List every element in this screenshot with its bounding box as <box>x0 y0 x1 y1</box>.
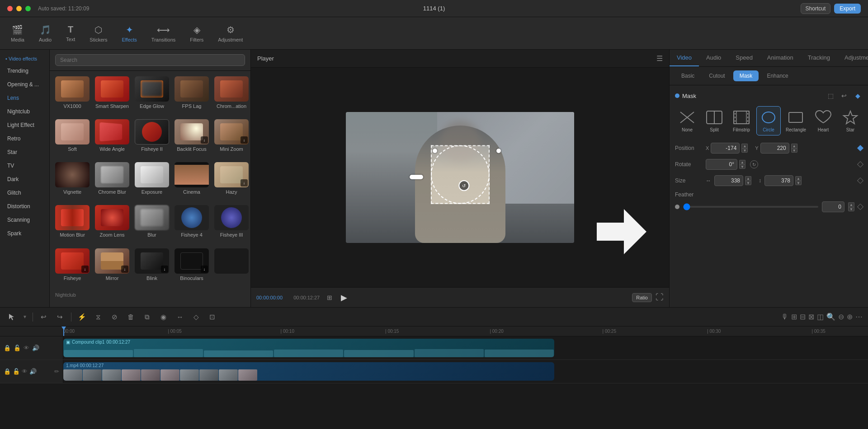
mask-diamond-icon[interactable]: ◆ <box>853 91 863 101</box>
shortcut-button[interactable]: Shortcut <box>801 3 831 14</box>
tl-zoom-out-icon[interactable]: 🔍 <box>826 312 835 321</box>
position-x-input[interactable] <box>711 143 740 154</box>
tl-diamond[interactable]: ◇ <box>190 311 203 323</box>
compound-clip-block[interactable]: ▣ Compound clip1 00:00:12:27 <box>63 339 554 357</box>
feather-keyframe-diamond[interactable] <box>857 204 863 210</box>
tl-link-icon[interactable]: ⊠ <box>808 312 814 321</box>
mask-type-split[interactable]: Split <box>702 106 726 135</box>
effect-blink[interactable]: ↓ Blink <box>133 247 171 288</box>
tl-select-tool[interactable] <box>5 311 18 323</box>
subtab-cutout[interactable]: Cutout <box>703 70 731 81</box>
sidebar-item-dark[interactable]: Dark <box>2 173 47 186</box>
sidebar-item-opening[interactable]: Opening & ... <box>2 78 47 91</box>
toolbar-text[interactable]: T Text <box>59 21 82 46</box>
minimize-button[interactable] <box>16 6 22 11</box>
tab-adjustment[interactable]: Adjustment <box>837 50 868 66</box>
sidebar-item-distortion[interactable]: Distortion <box>2 200 47 213</box>
sidebar-item-tv[interactable]: TV <box>2 159 47 172</box>
track-video-edit[interactable]: ✏ <box>54 368 59 375</box>
tab-speed[interactable]: Speed <box>728 50 760 66</box>
close-button[interactable] <box>7 6 13 11</box>
rotate-keyframe-diamond[interactable] <box>857 161 863 168</box>
effect-wide-angle[interactable]: Wide Angle <box>93 117 131 159</box>
tl-split[interactable]: ⚡ <box>76 311 89 323</box>
size-w-down[interactable]: ▼ <box>745 181 751 185</box>
tl-more-icon[interactable]: ⋯ <box>855 312 863 321</box>
sidebar-item-star[interactable]: Star <box>2 146 47 159</box>
rotate-handle[interactable]: ↺ <box>458 180 469 191</box>
toolbar-audio[interactable]: 🎵 Audio <box>32 21 59 46</box>
track-video-audio[interactable]: 🔊 <box>29 368 37 375</box>
video-clip-block[interactable]: 1.mp4 00:00:12:27 <box>63 362 554 381</box>
sidebar-item-spark[interactable]: Spark <box>2 227 47 240</box>
mask-type-none[interactable]: None <box>675 106 699 135</box>
sidebar-item-lens[interactable]: Lens <box>2 92 47 104</box>
tl-split2[interactable]: ⊘ <box>108 311 121 323</box>
mask-type-rectangle[interactable]: Rectangle <box>783 106 808 135</box>
rotate-down[interactable]: ▼ <box>739 164 745 169</box>
play-button[interactable]: ▶ <box>338 291 350 304</box>
mask-undo-icon[interactable]: ↩ <box>839 91 849 101</box>
storyboard-btn[interactable]: ⊞ <box>327 294 332 301</box>
toolbar-effects[interactable]: ✦ Effects <box>114 21 144 46</box>
rotate-up[interactable]: ▲ <box>739 160 745 164</box>
maximize-button[interactable] <box>25 6 31 11</box>
ratio-button[interactable]: Ratio <box>632 293 652 302</box>
effect-edge-glow[interactable]: Edge Glow <box>133 75 171 116</box>
sidebar-item-scanning[interactable]: Scanning <box>2 214 47 226</box>
effect-mirror[interactable]: ↓ Mirror <box>93 247 131 288</box>
feather-up[interactable]: ▲ <box>848 202 854 207</box>
mask-type-filmstrip[interactable]: Filmstrip <box>729 106 754 135</box>
position-keyframe-diamond[interactable] <box>857 145 863 151</box>
subtab-mask[interactable]: Mask <box>733 70 759 81</box>
tl-zoom-slider[interactable]: ⊖ <box>838 312 844 321</box>
effect-soft[interactable]: Soft <box>53 117 91 159</box>
effect-binoculars[interactable]: ↓ Binoculars <box>173 247 211 288</box>
effect-fisheye[interactable]: ↓ Fisheye <box>53 247 91 288</box>
export-button[interactable]: Export <box>834 4 861 14</box>
effect-fisheye-4[interactable]: Fisheye 4 <box>173 203 211 244</box>
position-x-up[interactable]: ▲ <box>741 144 748 148</box>
track-compound-audio[interactable]: 🔊 <box>32 345 39 351</box>
tl-crop[interactable]: ⊡ <box>206 311 219 323</box>
tl-extract[interactable]: ◉ <box>157 311 170 323</box>
tab-animation[interactable]: Animation <box>760 50 801 66</box>
tl-redo[interactable]: ↪ <box>54 311 66 323</box>
fullscreen-button[interactable]: ⛶ <box>656 293 664 302</box>
size-width-input[interactable] <box>714 175 743 186</box>
tab-audio[interactable]: Audio <box>699 50 728 66</box>
tl-copy[interactable]: ⧉ <box>141 311 154 323</box>
size-h-up[interactable]: ▲ <box>795 176 802 181</box>
effect-backlit-focus[interactable]: ↓ Backlit Focus <box>173 117 211 159</box>
effect-motion-blur[interactable]: Motion Blur <box>53 203 91 244</box>
effect-cinema[interactable]: Cinema <box>173 160 211 201</box>
sidebar-item-trending[interactable]: Trending <box>2 65 47 77</box>
mask-type-circle[interactable]: Circle <box>756 106 781 135</box>
mask-edit-icon[interactable]: ⬚ <box>826 91 835 101</box>
sidebar-item-nightclub[interactable]: Nightclub <box>2 105 47 118</box>
tl-zoom-in-icon[interactable]: ⊕ <box>847 312 853 321</box>
rotate-input[interactable] <box>706 159 737 170</box>
sidebar-item-glitch[interactable]: Glitch <box>2 187 47 199</box>
sidebar-item-lighteffect[interactable]: Light Effect <box>2 119 47 131</box>
effects-search-input[interactable] <box>55 54 245 66</box>
effect-chrome-blur[interactable]: Chrome Blur <box>93 160 131 201</box>
sidebar-item-retro[interactable]: Retro <box>2 132 47 145</box>
feather-down[interactable]: ▼ <box>848 207 854 211</box>
effect-fisheye-ii[interactable]: Fisheye II <box>133 117 171 159</box>
track-video-eye[interactable]: 👁 <box>22 368 28 375</box>
tl-mic-icon[interactable]: 🎙 <box>781 313 788 321</box>
tl-magnet-icon[interactable]: ⊞ <box>791 312 797 321</box>
effect-exposure[interactable]: Exposure <box>133 160 171 201</box>
effect-mini-zoom[interactable]: ↓ Mini Zoom <box>212 117 250 159</box>
size-height-input[interactable] <box>764 175 793 186</box>
toolbar-stickers[interactable]: ⬡ Stickers <box>82 21 114 46</box>
mask-type-heart[interactable]: Heart <box>811 106 835 135</box>
track-compound-lock[interactable]: 🔒 <box>4 345 11 351</box>
effect-zoom-lens[interactable]: Zoom Lens <box>93 203 131 244</box>
effect-chrom-ation[interactable]: Chrom...ation <box>212 75 250 116</box>
timeline-playhead[interactable] <box>63 326 64 336</box>
size-keyframe-diamond[interactable] <box>857 177 863 184</box>
effect-vignette[interactable]: Vignette <box>53 160 91 201</box>
feather-slider[interactable] <box>683 206 818 208</box>
